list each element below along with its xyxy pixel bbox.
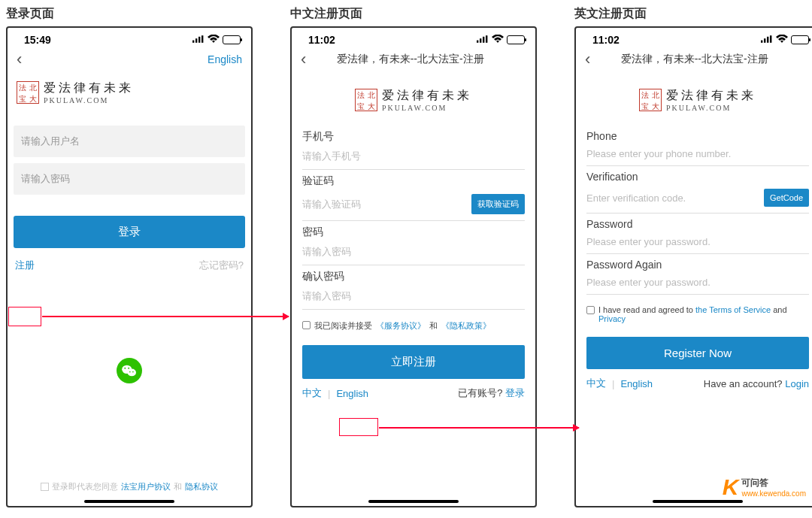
svg-point-9 [132, 371, 134, 373]
password-input[interactable]: 请输入密码 [302, 241, 525, 265]
home-indicator [653, 500, 743, 503]
annotation-arrow-2 [379, 427, 579, 429]
svg-rect-15 [764, 38, 765, 43]
terms-link[interactable]: 《服务协议》 [376, 320, 426, 332]
phone-login: 15:49 ‹ English 法北 宝大 爱法律有未来 [6, 26, 253, 507]
section-title-register-en: 英文注册页面 [574, 6, 812, 22]
phone-input[interactable]: 请输入手机号 [302, 145, 525, 170]
svg-rect-13 [486, 35, 487, 43]
home-indicator [368, 500, 459, 503]
phone-input[interactable]: Please enter your phone number. [586, 144, 809, 166]
have-account-text: 已有账号? [458, 387, 502, 398]
password-input[interactable]: Please enter your password. [586, 232, 809, 254]
watermark-url: www.kewenda.com [741, 489, 806, 498]
svg-rect-14 [761, 41, 762, 43]
lang-en[interactable]: English [620, 378, 653, 389]
watermark: K 可问答 www.kewenda.com [723, 474, 806, 500]
home-indicator [84, 500, 174, 503]
status-icons [192, 34, 241, 46]
code-input[interactable]: 请输入验证码 获取验证码 [302, 189, 525, 221]
nav-title: 爱法律，有未来--北大法宝-注册 [590, 53, 798, 66]
password-confirm-label: 确认密码 [302, 270, 525, 283]
logo: 法北 宝大 爱法律有未来 PKULAW.COM [8, 73, 251, 120]
get-code-button[interactable]: 获取验证码 [471, 194, 525, 214]
svg-rect-2 [198, 37, 200, 43]
svg-point-8 [129, 371, 131, 373]
phone-label: Phone [586, 130, 809, 142]
status-time: 11:02 [592, 34, 620, 46]
terms-link[interactable]: the Terms of Service [695, 305, 771, 314]
password-confirm-label: Password Again [586, 259, 809, 271]
register-link[interactable]: 注册 [15, 259, 35, 272]
agreement-row: 我已阅读并接受 《服务协议》 和 《隐私政策》 [292, 314, 535, 338]
register-button[interactable]: 立即注册 [302, 345, 525, 379]
register-button[interactable]: Register Now [586, 337, 809, 369]
password-label: Password [586, 218, 809, 230]
code-label: Verification [586, 171, 809, 183]
logo: 法北 宝大 爱法律有未来 PKULAW.COM [576, 73, 812, 130]
lang-cn[interactable]: 中文 [586, 377, 606, 390]
wifi-icon [776, 34, 788, 46]
watermark-logo-icon: K [723, 474, 739, 500]
status-time: 15:49 [24, 34, 51, 46]
agreement-row: I have read and agreed to the Terms of S… [576, 299, 812, 329]
code-label: 验证码 [302, 174, 525, 188]
have-account-text: Have an account? [704, 378, 783, 389]
annotation-box-register [8, 307, 41, 326]
svg-point-7 [128, 368, 129, 369]
username-input[interactable]: 请输入用户名 [14, 126, 245, 157]
back-icon[interactable]: ‹ [301, 50, 306, 69]
svg-rect-1 [195, 38, 197, 43]
terms-link[interactable]: 法宝用户协议 [121, 481, 171, 492]
login-button[interactable]: 登录 [14, 216, 245, 248]
lang-cn[interactable]: 中文 [302, 386, 322, 400]
privacy-link[interactable]: 《隐私政策》 [441, 320, 491, 332]
svg-rect-16 [767, 37, 768, 43]
svg-rect-17 [770, 35, 771, 43]
status-bar: 11:02 [292, 28, 535, 49]
forgot-password-link[interactable]: 忘记密码? [199, 259, 244, 272]
login-link[interactable]: 登录 [505, 387, 525, 398]
battery-icon [791, 35, 809, 44]
logo: 法北 宝大 爱法律有未来 PKULAW.COM [292, 73, 535, 130]
agree-checkbox[interactable] [41, 483, 49, 491]
english-link[interactable]: English [208, 53, 242, 65]
svg-rect-11 [480, 38, 481, 43]
privacy-link[interactable]: Privacy [598, 314, 626, 323]
section-title-register-cn: 中文注册页面 [290, 6, 537, 22]
battery-icon [223, 35, 241, 44]
svg-point-5 [128, 369, 136, 377]
signal-icon [477, 34, 489, 46]
agree-checkbox[interactable] [586, 306, 595, 314]
privacy-link[interactable]: 隐私协议 [185, 481, 218, 492]
login-link[interactable]: Login [785, 378, 809, 389]
phone-register-en: 11:02 ‹ 爱法律，有未来--北大法宝-注册 法北 宝大 [574, 26, 812, 507]
status-time: 11:02 [308, 34, 335, 46]
nav-title: 爱法律，有未来--北大法宝-注册 [306, 53, 514, 66]
signal-icon [192, 34, 205, 46]
wechat-icon[interactable] [117, 358, 142, 383]
password-confirm-input[interactable]: Please enter your password. [586, 272, 809, 295]
wifi-icon [492, 34, 504, 46]
phone-label: 手机号 [302, 130, 525, 144]
wifi-icon [208, 34, 220, 46]
get-code-button[interactable]: GetCode [764, 189, 809, 207]
svg-rect-0 [192, 41, 194, 43]
password-confirm-input[interactable]: 请输入密码 [302, 285, 525, 310]
annotation-arrow-1 [42, 316, 289, 317]
phone-register-cn: 11:02 ‹ 爱法律，有未来--北大法宝-注册 法北 宝大 [290, 26, 537, 507]
signal-icon [761, 34, 773, 46]
annotation-box-english-lang [339, 418, 378, 436]
password-input[interactable]: 请输入密码 [14, 163, 245, 195]
watermark-name: 可问答 [741, 477, 806, 489]
code-input[interactable]: Enter verification code. GetCode [586, 184, 809, 214]
back-icon[interactable]: ‹ [585, 50, 590, 69]
battery-icon [507, 35, 525, 44]
back-icon[interactable]: ‹ [17, 50, 22, 69]
lang-en[interactable]: English [336, 388, 368, 399]
svg-rect-12 [483, 37, 484, 43]
agree-checkbox[interactable] [302, 321, 311, 329]
password-label: 密码 [302, 226, 525, 239]
status-bar: 11:02 [576, 28, 812, 49]
svg-point-6 [124, 368, 126, 369]
